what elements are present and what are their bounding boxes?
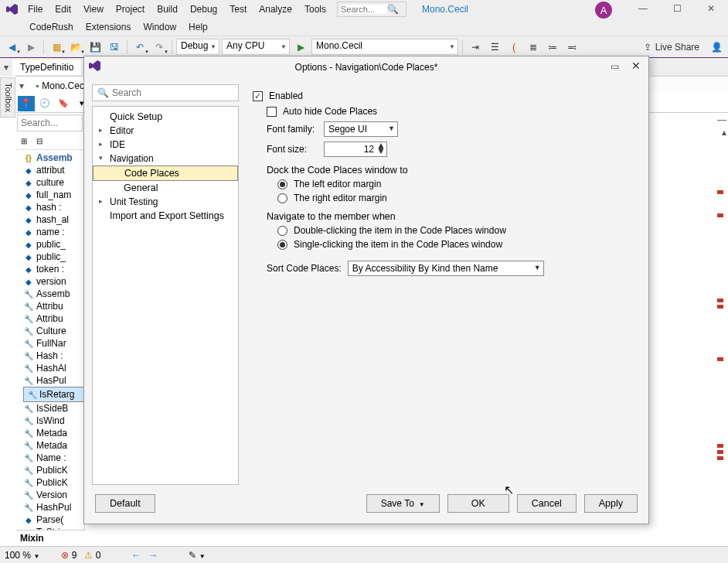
dialog-maximize-button[interactable]: ▭ [611, 61, 619, 72]
font-family-select[interactable]: Segoe UI▼ [324, 121, 398, 137]
tab-list-button[interactable]: ▾ [0, 62, 12, 73]
comment-icon[interactable]: ≔ [544, 39, 561, 56]
default-button[interactable]: Default [95, 494, 155, 513]
tree-item[interactable]: ◆public_ [23, 251, 84, 263]
menu-debug[interactable]: Debug [184, 2, 223, 17]
font-size-input[interactable]: 12▲▼ [324, 142, 387, 157]
sidebar-search-input[interactable] [17, 114, 83, 131]
indent-icon[interactable]: ☰ [486, 39, 503, 56]
enabled-checkbox[interactable]: ✓ [253, 91, 263, 101]
step-over-icon[interactable]: ⇥ [467, 39, 484, 56]
tree-quick-setup[interactable]: Quick Setup [93, 110, 238, 124]
tree-navigation[interactable]: ▾Navigation [93, 152, 238, 165]
tree-ide[interactable]: ▸IDE [93, 138, 238, 152]
tree-item[interactable]: 🔧Metada [23, 427, 84, 439]
tree-item[interactable]: ◆full_nam [23, 189, 84, 201]
tree-item[interactable]: ◆token : [23, 263, 84, 275]
ok-button[interactable]: OK [447, 494, 509, 513]
close-button[interactable]: ✕ [694, 0, 728, 17]
warning-count[interactable]: ⚠ 0 [84, 550, 100, 561]
menu-extensions[interactable]: Extensions [80, 20, 138, 34]
list-icon[interactable]: ≣ [525, 39, 542, 56]
nav-single-radio[interactable] [277, 240, 287, 250]
tree-general[interactable]: General [93, 181, 238, 195]
mixin-tab[interactable]: Mixin [15, 530, 85, 546]
tree-item[interactable]: ◆version [23, 275, 84, 288]
error-count[interactable]: ⊗ 9 [61, 550, 77, 561]
menu-help[interactable]: Help [182, 20, 214, 34]
tree-item[interactable]: 🔧Name : [23, 452, 84, 464]
menu-window[interactable]: Window [137, 20, 182, 34]
dock-left-radio[interactable] [277, 179, 287, 189]
menu-coderush[interactable]: CodeRush [23, 20, 80, 34]
tree-item[interactable]: ◆Parse( [23, 514, 84, 526]
tree-code-places[interactable]: Code Places [93, 165, 238, 181]
tree-item[interactable]: ◆attribut [23, 164, 84, 176]
tree-import-export[interactable]: Import and Export Settings [93, 209, 238, 223]
scroll-up-icon[interactable]: ▴ [722, 127, 726, 138]
menu-view[interactable]: View [77, 2, 110, 17]
tree-item[interactable]: 🔧IsWind [23, 415, 84, 427]
new-project-button[interactable]: ▦▼ [48, 39, 65, 56]
toolbox-tab[interactable]: Toolbox [0, 77, 15, 118]
quick-search-input[interactable] [341, 5, 387, 14]
tree-item[interactable]: 🔧IsSideB [23, 402, 84, 415]
tree-item[interactable]: 🔧Culture [23, 325, 84, 337]
nav-back-button[interactable]: ◀▼ [3, 39, 20, 56]
apply-button[interactable]: Apply [584, 494, 638, 513]
tree-item[interactable]: 🔧Hash : [23, 350, 84, 362]
bookmark-icon[interactable]: 🔖 [55, 96, 72, 111]
tree-item[interactable]: ◆hash : [23, 201, 84, 213]
nav-fwd-status[interactable]: → [148, 550, 158, 561]
tab-typedefinition[interactable]: TypeDefinitio [12, 60, 81, 75]
menu-test[interactable]: Test [223, 2, 253, 17]
tree-editor[interactable]: ▸Editor [93, 124, 238, 138]
save-button[interactable]: 💾 [87, 39, 104, 56]
cancel-button[interactable]: Cancel [517, 494, 577, 513]
tab-list-button-2[interactable]: ▾ [15, 80, 28, 91]
tree-item[interactable]: 🔧HashAl [23, 362, 84, 374]
tree-item[interactable]: ◆culture [23, 176, 84, 189]
dialog-close-button[interactable]: ✕ [631, 60, 641, 72]
tree-item[interactable]: 🔧Attribu [23, 312, 84, 325]
split-icon[interactable]: — [717, 114, 726, 125]
tree-item[interactable]: 🔧Attribu [23, 300, 84, 312]
dialog-search-input[interactable] [112, 87, 233, 98]
history-icon[interactable]: 🕘 [36, 96, 53, 111]
tree-item[interactable]: ◆hash_al [23, 213, 84, 226]
platform-select[interactable]: Any CPU▼ [222, 39, 290, 55]
open-button[interactable]: 📂▼ [67, 39, 84, 56]
menu-project[interactable]: Project [110, 2, 151, 17]
startup-select[interactable]: Mono.Cecil▼ [311, 39, 458, 55]
outdent-icon[interactable]: ( [505, 39, 522, 56]
dialog-search[interactable]: 🔍 [92, 84, 239, 101]
tree-item[interactable]: 🔧IsRetarg [23, 387, 84, 402]
nav-back-status[interactable]: ← [131, 550, 141, 561]
tree-item[interactable]: 🔧HashPul [23, 501, 84, 514]
pin-icon[interactable]: 📍 [18, 96, 35, 111]
tree-item[interactable]: 🔧PublicK [23, 476, 84, 489]
sort-select[interactable]: By Accessibility By Kind then Name▼ [348, 261, 544, 276]
tree-item[interactable]: 🔧HasPul [23, 374, 84, 387]
tree-root[interactable]: {} Assemb [23, 152, 84, 164]
menu-file[interactable]: File [22, 2, 49, 17]
menu-edit[interactable]: Edit [49, 2, 77, 17]
tree-item[interactable]: 🔧PublicK [23, 464, 84, 476]
save-to-button[interactable]: Save To▼ [366, 494, 440, 513]
menu-analyze[interactable]: Analyze [253, 2, 298, 17]
spin-down-icon[interactable]: ▼ [376, 148, 386, 154]
pen-icon[interactable]: ✎ ▼ [189, 550, 205, 561]
dock-right-radio[interactable] [277, 193, 287, 203]
config-select[interactable]: Debug▼ [176, 39, 219, 55]
nav-double-radio[interactable] [277, 226, 287, 236]
menu-tools[interactable]: Tools [298, 2, 332, 17]
tree-unit-testing[interactable]: ▸Unit Testing [93, 195, 238, 209]
collapse-icon[interactable]: ⊟ [32, 135, 46, 148]
live-share-button[interactable]: ⇪ Live Share [638, 42, 706, 53]
nav-fwd-button[interactable]: ▶ [22, 39, 39, 56]
save-all-button[interactable]: 🖫 [106, 39, 123, 56]
maximize-button[interactable]: ☐ [660, 0, 694, 17]
tree-item[interactable]: 🔧Version [23, 489, 84, 501]
autohide-checkbox[interactable] [267, 107, 277, 117]
tree-item[interactable]: ◆public_ [23, 238, 84, 251]
